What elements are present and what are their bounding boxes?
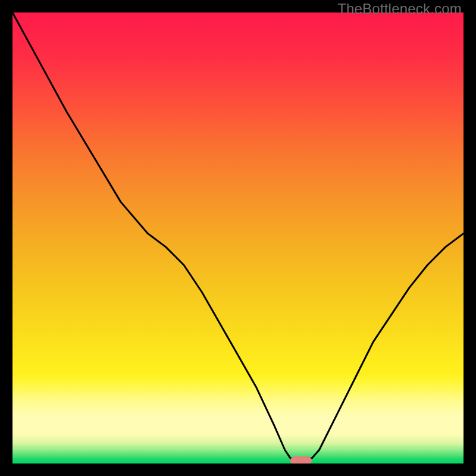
curve-line	[12, 12, 464, 464]
plot-area	[12, 12, 464, 464]
minimum-marker	[290, 456, 312, 464]
watermark-text: TheBottleneck.com	[337, 1, 462, 17]
chart-frame: TheBottleneck.com	[0, 0, 476, 476]
